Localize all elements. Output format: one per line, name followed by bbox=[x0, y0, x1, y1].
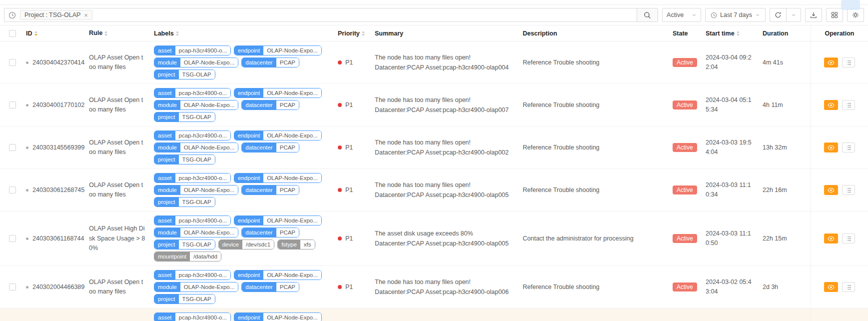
id-cell: 240301003964583 bbox=[22, 308, 85, 321]
sort-icons[interactable] bbox=[176, 31, 179, 36]
id-cell: 240303145569399 bbox=[22, 126, 85, 168]
label-key: datacenter bbox=[242, 186, 276, 194]
settings-button[interactable] bbox=[847, 8, 864, 22]
view-button[interactable] bbox=[824, 185, 838, 195]
sort-asc-icon[interactable] bbox=[104, 31, 107, 33]
checkbox-cell bbox=[0, 126, 22, 168]
sort-asc-icon[interactable] bbox=[34, 31, 37, 33]
duration: 22h 15m bbox=[763, 235, 787, 242]
operation-cell bbox=[811, 169, 868, 211]
row-checkbox[interactable] bbox=[9, 284, 16, 290]
time-range-button[interactable]: Last 7 days bbox=[705, 8, 766, 22]
status-dot-icon bbox=[26, 238, 28, 240]
state-cell: Active bbox=[669, 212, 702, 266]
search-input[interactable]: Project : TSG-OLAP × bbox=[4, 8, 658, 22]
label-tag: endpoint OLAP-Node-Expo... bbox=[234, 216, 322, 226]
detail-button[interactable] bbox=[842, 282, 855, 292]
duration-cell: 13h 32m bbox=[759, 126, 811, 168]
sort-desc-icon[interactable] bbox=[104, 34, 107, 36]
download-button[interactable] bbox=[805, 8, 822, 22]
column-header-start_time[interactable]: Start time bbox=[702, 26, 759, 41]
search-button[interactable] bbox=[637, 8, 658, 22]
description-cell: Contact the administrator for processing bbox=[519, 212, 669, 266]
label-key: asset bbox=[154, 131, 175, 140]
table-row[interactable]: 240303145569399 OLAP Asset Open too many… bbox=[0, 126, 868, 169]
table-row[interactable]: 240302004466389 OLAP Asset Open too many… bbox=[0, 266, 868, 308]
table-row[interactable]: 240301003964583 OLAP Asset High Disk Spa… bbox=[0, 308, 868, 321]
detail-button[interactable] bbox=[842, 58, 855, 68]
start-time: 2024-03-02 05:43:04 bbox=[706, 278, 755, 297]
sort-desc-icon[interactable] bbox=[362, 34, 365, 36]
row-checkbox[interactable] bbox=[9, 59, 16, 66]
operation-cell bbox=[811, 126, 868, 168]
description-cell: Reference Trouble shooting bbox=[519, 42, 669, 84]
sort-icons[interactable] bbox=[362, 31, 365, 36]
view-button[interactable] bbox=[824, 234, 838, 244]
column-header-rule[interactable]: Rule bbox=[85, 26, 150, 41]
summary-line-2: Datacenter:PCAP Asset:pcap-h3cr4900-olap… bbox=[375, 287, 509, 298]
corner-hint bbox=[841, 0, 860, 10]
sort-icons[interactable] bbox=[737, 31, 740, 36]
sort-asc-icon[interactable] bbox=[737, 31, 740, 33]
priority-cell: P1 bbox=[334, 266, 371, 308]
select-all-checkbox[interactable] bbox=[9, 30, 16, 37]
view-button[interactable] bbox=[824, 58, 838, 68]
view-button[interactable] bbox=[824, 100, 838, 110]
table-row[interactable]: 240303061268745 OLAP Asset Open too many… bbox=[0, 169, 868, 212]
detail-button[interactable] bbox=[842, 142, 855, 152]
column-header-operation[interactable]: Operation bbox=[811, 26, 868, 41]
label-value: OLAP-Node-Expo... bbox=[180, 100, 238, 110]
column-header-id[interactable]: ID bbox=[22, 26, 85, 41]
sort-desc-icon[interactable] bbox=[34, 34, 37, 36]
card-layout-button[interactable] bbox=[826, 8, 843, 22]
refresh-options-button[interactable] bbox=[786, 8, 801, 22]
table-row[interactable]: 240304001770102 OLAP Asset Open too many… bbox=[0, 84, 868, 126]
view-button[interactable] bbox=[824, 142, 838, 152]
column-header-priority[interactable]: Priority bbox=[334, 26, 371, 41]
sort-asc-icon[interactable] bbox=[176, 31, 179, 33]
column-header-state[interactable]: State bbox=[669, 26, 702, 41]
detail-button[interactable] bbox=[842, 100, 855, 110]
view-button[interactable] bbox=[824, 282, 838, 292]
sort-icons[interactable] bbox=[104, 31, 107, 36]
label-key: module bbox=[154, 143, 180, 152]
column-header-duration[interactable]: Duration bbox=[759, 26, 811, 41]
summary-text: The node has too many files open! Datace… bbox=[375, 95, 509, 116]
label-key: project bbox=[154, 294, 179, 304]
priority-dot-icon bbox=[338, 103, 342, 107]
column-header-labels[interactable]: Labels bbox=[150, 26, 334, 41]
labels-cell: asset pcap-h3cr4900-o... endpoint OLAP-N… bbox=[150, 266, 334, 308]
priority-label: P1 bbox=[345, 235, 353, 242]
refresh-button[interactable] bbox=[770, 8, 787, 22]
state-filter-select[interactable]: Active bbox=[662, 8, 701, 22]
label-tag: endpoint OLAP-Node-Expo... bbox=[234, 173, 322, 183]
sort-desc-icon[interactable] bbox=[737, 34, 740, 36]
close-icon[interactable]: × bbox=[84, 12, 88, 18]
label-key: datacenter bbox=[242, 58, 276, 67]
top-divider bbox=[0, 0, 868, 5]
column-header-summary[interactable]: Summary bbox=[371, 26, 519, 41]
row-checkbox[interactable] bbox=[9, 186, 16, 194]
row-checkbox[interactable] bbox=[9, 102, 16, 108]
column-header-description[interactable]: Description bbox=[519, 26, 669, 41]
filter-tag-project[interactable]: Project : TSG-OLAP × bbox=[20, 10, 92, 20]
duration-cell: 4m 41s bbox=[759, 42, 811, 84]
label-key: endpoint bbox=[234, 88, 263, 98]
label-value: PCAP bbox=[276, 143, 299, 152]
label-key: asset bbox=[154, 313, 175, 321]
operation-cell bbox=[811, 42, 868, 84]
sort-icons[interactable] bbox=[34, 31, 37, 36]
label-value: /dev/sdc1 bbox=[242, 240, 274, 249]
sort-asc-icon[interactable] bbox=[362, 31, 365, 33]
row-checkbox[interactable] bbox=[9, 144, 16, 151]
detail-button[interactable] bbox=[842, 234, 855, 244]
table-row[interactable]: 240303061168744 OLAP Asset High Disk Spa… bbox=[0, 212, 868, 266]
state-badge: Active bbox=[673, 100, 697, 110]
label-tag: mountpoint /data/hdd bbox=[154, 252, 221, 262]
state-filter-value: Active bbox=[667, 12, 684, 18]
summary-line-2: Datacenter:PCAP Asset:pcap-h3cr4900-olap… bbox=[375, 105, 509, 116]
table-row[interactable]: 240304042370414 OLAP Asset Open too many… bbox=[0, 42, 868, 84]
detail-button[interactable] bbox=[842, 185, 855, 195]
sort-desc-icon[interactable] bbox=[176, 34, 179, 36]
row-checkbox[interactable] bbox=[9, 235, 16, 242]
